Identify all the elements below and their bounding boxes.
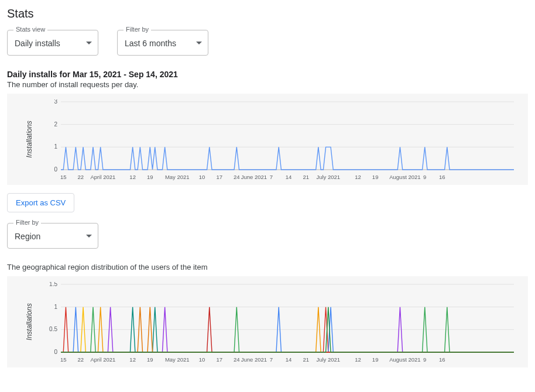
- svg-text:16: 16: [439, 356, 445, 363]
- svg-text:1: 1: [54, 304, 57, 310]
- svg-text:August 2021: August 2021: [389, 356, 420, 363]
- svg-text:April 2021: April 2021: [91, 356, 116, 363]
- svg-text:August 2021: August 2021: [389, 174, 420, 180]
- svg-text:15: 15: [60, 356, 67, 363]
- chevron-down-icon: [196, 42, 202, 44]
- svg-text:9: 9: [423, 356, 426, 363]
- chart1-subheading: The number of install requests per day.: [7, 80, 528, 89]
- svg-text:14: 14: [286, 174, 292, 180]
- svg-text:17: 17: [216, 174, 222, 180]
- filters-row-2: Filter by Region: [7, 223, 528, 249]
- chart1-heading: Daily installs for Mar 15, 2021 - Sep 14…: [7, 70, 528, 79]
- svg-text:May 2021: May 2021: [165, 174, 190, 180]
- chevron-down-icon: [86, 235, 92, 238]
- svg-text:19: 19: [372, 174, 379, 180]
- svg-text:7: 7: [270, 356, 273, 363]
- svg-text:1.5: 1.5: [49, 282, 57, 287]
- svg-text:19: 19: [147, 174, 153, 180]
- svg-text:0: 0: [54, 166, 57, 173]
- svg-text:12: 12: [129, 174, 136, 180]
- chart2-svg: 00.511.51522April 20211219May 2021101724…: [44, 282, 516, 364]
- svg-text:22: 22: [78, 356, 84, 363]
- stats-view-legend: Stats view: [13, 26, 47, 33]
- time-filter-select[interactable]: Filter by Last 6 months: [117, 30, 208, 56]
- svg-text:May 2021: May 2021: [165, 356, 190, 363]
- svg-text:12: 12: [355, 174, 361, 180]
- stats-view-value: Daily installs: [15, 39, 60, 48]
- region-filter-value: Region: [15, 232, 40, 241]
- chevron-down-icon: [86, 42, 92, 44]
- svg-text:12: 12: [129, 356, 136, 363]
- svg-text:24: 24: [234, 356, 240, 363]
- svg-text:2: 2: [54, 121, 57, 128]
- svg-text:3: 3: [54, 99, 57, 105]
- svg-text:June 2021: June 2021: [241, 356, 267, 363]
- svg-text:24: 24: [234, 174, 240, 180]
- time-filter-legend: Filter by: [124, 26, 151, 33]
- svg-text:June 2021: June 2021: [241, 174, 267, 180]
- svg-text:12: 12: [355, 356, 361, 363]
- svg-text:22: 22: [78, 174, 84, 180]
- chart1-area: Installations 01231522April 20211219May …: [7, 94, 528, 185]
- svg-text:July 2021: July 2021: [316, 174, 340, 180]
- chart1-svg: 01231522April 20211219May 2021101724June…: [44, 99, 516, 181]
- svg-text:21: 21: [303, 174, 309, 180]
- svg-text:10: 10: [199, 356, 205, 363]
- region-filter-legend: Filter by: [13, 219, 41, 226]
- chart1-ylabel: Installations: [25, 121, 33, 157]
- chart2-ylabel: Installations: [25, 303, 33, 340]
- export-csv-button[interactable]: Export as CSV: [7, 193, 74, 212]
- svg-text:17: 17: [216, 356, 222, 363]
- svg-text:0.5: 0.5: [49, 326, 57, 332]
- svg-text:19: 19: [372, 356, 379, 363]
- svg-text:1: 1: [54, 143, 57, 150]
- filters-row: Stats view Daily installs Filter by Last…: [7, 30, 528, 56]
- chart2-description: The geographical region distribution of …: [7, 263, 528, 271]
- svg-text:July 2021: July 2021: [316, 356, 340, 363]
- svg-text:9: 9: [423, 174, 426, 180]
- svg-text:0: 0: [54, 349, 57, 355]
- svg-text:16: 16: [439, 174, 445, 180]
- page-title: Stats: [7, 7, 528, 20]
- svg-text:21: 21: [303, 356, 309, 363]
- svg-text:19: 19: [147, 356, 153, 363]
- chart2-area: Installations 00.511.51522April 20211219…: [7, 276, 528, 367]
- stats-view-select[interactable]: Stats view Daily installs: [7, 30, 98, 56]
- svg-text:10: 10: [199, 174, 205, 180]
- svg-text:7: 7: [270, 174, 273, 180]
- svg-text:15: 15: [60, 174, 67, 180]
- region-filter-select[interactable]: Filter by Region: [7, 223, 98, 249]
- svg-text:April 2021: April 2021: [91, 174, 116, 180]
- svg-text:14: 14: [286, 356, 292, 363]
- time-filter-value: Last 6 months: [125, 39, 176, 48]
